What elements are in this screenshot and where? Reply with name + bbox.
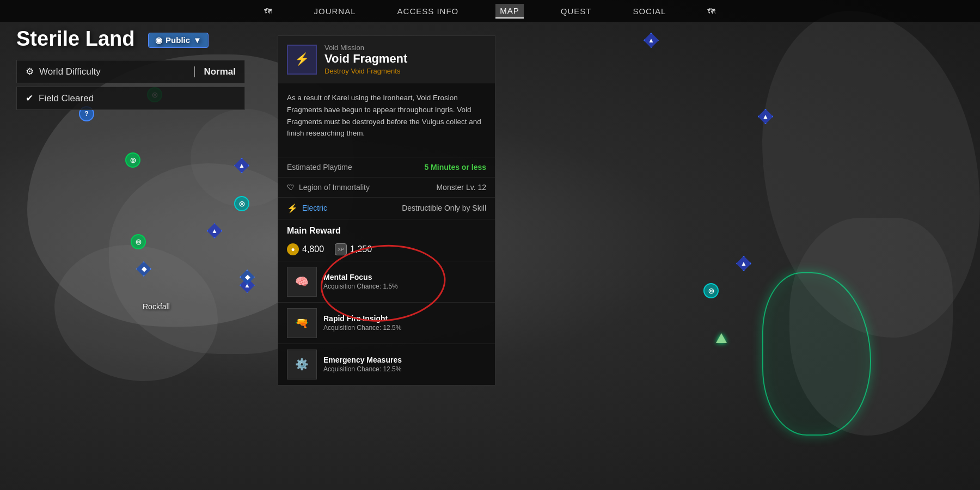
- xp-icon: XP: [335, 243, 347, 255]
- mission-name: Void Fragment: [324, 52, 407, 66]
- monster-level: Monster Lv. 12: [436, 183, 486, 192]
- reward-currency: ● 4,800 XP 1,250: [278, 240, 495, 261]
- map-icon-green-3[interactable]: ◎: [131, 234, 146, 249]
- mission-description: As a result of Karel using the Ironheart…: [287, 92, 486, 139]
- item-name-mental-focus: Mental Focus: [323, 273, 398, 281]
- world-difficulty-label: World Difficulty: [39, 66, 185, 77]
- nav-item-journal[interactable]: Journal: [310, 4, 360, 18]
- top-navigation: 🗺 Journal Access Info Map Quest Social 🗺: [0, 0, 980, 22]
- element-label: Electric: [302, 204, 327, 212]
- item-name-rapid-fire: Rapid Fire Insight: [323, 314, 401, 323]
- item-chance-mental-focus: Acquisition Chance: 1.5%: [323, 283, 398, 290]
- mission-header: Void Mission Void Fragment Destroy Void …: [278, 36, 495, 83]
- mission-icon: [287, 45, 317, 75]
- coin-value: 4,800: [302, 244, 324, 254]
- element-note: Destructible Only by Skill: [402, 204, 486, 212]
- difficulty-divider: [194, 66, 195, 77]
- playtime-row: Estimated Playtime 5 Minutes or less: [278, 157, 495, 177]
- coin-reward: ● 4,800: [287, 243, 324, 255]
- nav-item-quest[interactable]: Quest: [556, 4, 596, 18]
- mission-body: As a result of Karel using the Ironheart…: [278, 83, 495, 156]
- status-bars: ⚙ World Difficulty Normal ✔ Field Cleare…: [16, 60, 245, 110]
- item-info-emergency: Emergency Measures Acquisition Chance: 1…: [323, 356, 402, 373]
- faction-label: Legion of Immortality: [299, 183, 370, 192]
- coin-icon: ●: [287, 243, 299, 255]
- item-info-mental-focus: Mental Focus Acquisition Chance: 1.5%: [323, 273, 398, 290]
- nav-item-left-icon[interactable]: 🗺: [260, 4, 277, 18]
- nav-item-social[interactable]: Social: [628, 4, 670, 18]
- element-row: ⚡ Electric Destructible Only by Skill: [278, 197, 495, 219]
- playtime-label: Estimated Playtime: [287, 163, 352, 171]
- cursor-arrow: [716, 333, 727, 343]
- item-info-rapid-fire: Rapid Fire Insight Acquisition Chance: 1…: [323, 314, 401, 332]
- field-cleared-bar[interactable]: ✔ Field Cleared: [16, 87, 245, 110]
- faction-row: 🛡 Legion of Immortality Monster Lv. 12: [278, 177, 495, 197]
- world-difficulty-bar[interactable]: ⚙ World Difficulty Normal: [16, 60, 245, 83]
- electric-icon: ⚡: [287, 203, 298, 213]
- item-chance-emergency: Acquisition Chance: 12.5%: [323, 365, 402, 373]
- area-title-container: Sterile Land ◉ Public ▼: [16, 27, 209, 51]
- item-icon-emergency: ⚙️: [287, 350, 317, 379]
- nav-item-right-icon[interactable]: 🗺: [703, 4, 720, 18]
- nav-item-map[interactable]: Map: [495, 4, 524, 19]
- map-icon-green-1[interactable]: ◎: [125, 152, 140, 168]
- reward-item-0[interactable]: 🧠 Mental Focus Acquisition Chance: 1.5%: [278, 261, 495, 302]
- item-name-emergency: Emergency Measures: [323, 356, 402, 364]
- playtime-value: 5 Minutes or less: [424, 163, 486, 171]
- xp-value: 1,250: [350, 244, 372, 254]
- item-icon-mental-focus: 🧠: [287, 267, 317, 297]
- faction-icon: 🛡: [287, 183, 295, 192]
- mission-title-block: Void Mission Void Fragment Destroy Void …: [324, 44, 407, 75]
- reward-item-2[interactable]: ⚙️ Emergency Measures Acquisition Chance…: [278, 344, 495, 385]
- mission-type: Void Mission: [324, 44, 407, 52]
- public-chevron: ▼: [193, 35, 201, 45]
- world-difficulty-value: Normal: [204, 66, 236, 77]
- public-icon: ◉: [155, 35, 162, 45]
- map-icon-teal-2[interactable]: ◎: [703, 283, 719, 298]
- item-chance-rapid-fire: Acquisition Chance: 12.5%: [323, 324, 401, 332]
- faction-info: 🛡 Legion of Immortality: [287, 183, 370, 192]
- xp-reward: XP 1,250: [335, 243, 372, 255]
- element-info: ⚡ Electric: [287, 203, 327, 213]
- nav-right-icon: 🗺: [707, 7, 716, 16]
- field-cleared-icon: ✔: [26, 93, 33, 104]
- reward-item-1[interactable]: 🔫 Rapid Fire Insight Acquisition Chance:…: [278, 302, 495, 344]
- map-icon-teal-1[interactable]: ◎: [234, 196, 249, 211]
- area-name: Sterile Land: [16, 27, 135, 50]
- nav-item-access-info[interactable]: Access Info: [393, 4, 463, 18]
- public-badge[interactable]: ◉ Public ▼: [148, 33, 209, 48]
- nav-left-icon: 🗺: [264, 7, 273, 16]
- mission-objective: Destroy Void Fragments: [324, 67, 407, 75]
- field-cleared-label: Field Cleared: [39, 93, 236, 104]
- item-icon-rapid-fire: 🔫: [287, 308, 317, 338]
- public-label: Public: [166, 35, 190, 45]
- difficulty-icon: ⚙: [26, 66, 34, 77]
- reward-header: Main Reward: [278, 219, 495, 240]
- mission-panel: Void Mission Void Fragment Destroy Void …: [278, 35, 495, 385]
